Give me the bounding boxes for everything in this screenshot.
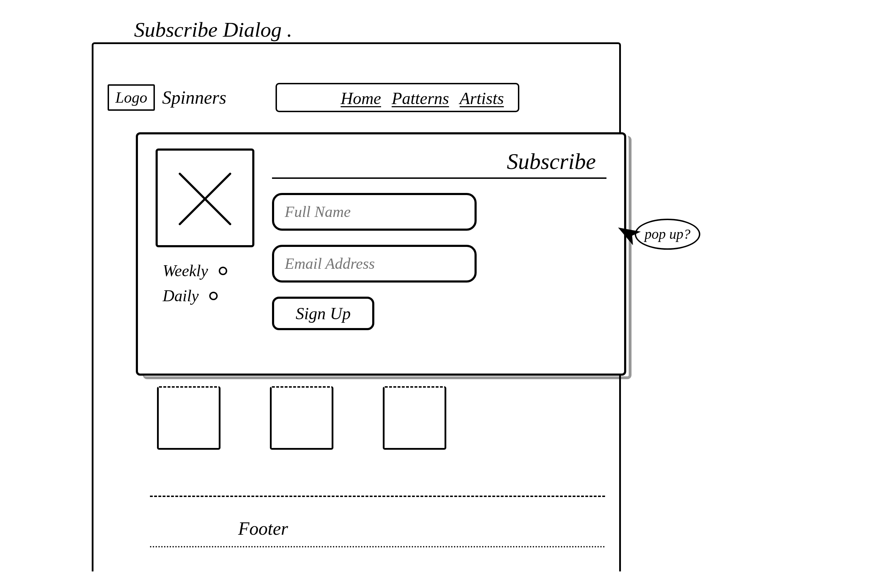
close-icon [168, 161, 242, 235]
thumbnail-card[interactable] [157, 386, 220, 450]
popup-annotation: ➤ pop up? [617, 219, 700, 250]
header: Logo Spinners Home Patterns Artists [93, 44, 619, 123]
nav-artists[interactable]: Artists [460, 88, 504, 108]
full-name-field[interactable] [272, 193, 477, 231]
email-field[interactable] [272, 245, 477, 282]
browser-frame: Logo Spinners Home Patterns Artists Week… [92, 42, 621, 572]
sketch-title: Subscribe Dialog . [134, 18, 292, 42]
signup-button[interactable]: Sign Up [272, 297, 374, 330]
frequency-daily[interactable]: Daily [163, 286, 254, 305]
annotation-bubble: pop up? [634, 219, 700, 250]
subscribe-dialog: Weekly Daily Subscribe Sign Up [136, 132, 626, 376]
thumbnail-card[interactable] [383, 386, 446, 450]
frequency-label: Daily [163, 286, 199, 305]
footer: Footer [150, 496, 605, 548]
radio-icon [209, 292, 218, 300]
close-button[interactable] [156, 148, 254, 247]
thumbnail-card[interactable] [270, 386, 333, 450]
dialog-title: Subscribe [272, 148, 606, 179]
nav-home[interactable]: Home [340, 88, 381, 108]
radio-icon [219, 267, 227, 275]
nav-bar: Home Patterns Artists [276, 83, 519, 112]
footer-label: Footer [150, 518, 605, 539]
nav-patterns[interactable]: Patterns [392, 88, 449, 108]
logo-placeholder: Logo [108, 84, 155, 111]
frequency-options: Weekly Daily [156, 261, 254, 305]
frequency-weekly[interactable]: Weekly [163, 261, 254, 280]
divider [150, 546, 605, 548]
thumbnail-row [157, 386, 446, 450]
divider [150, 496, 605, 497]
frequency-label: Weekly [163, 261, 208, 280]
brand-name: Spinners [162, 87, 226, 108]
